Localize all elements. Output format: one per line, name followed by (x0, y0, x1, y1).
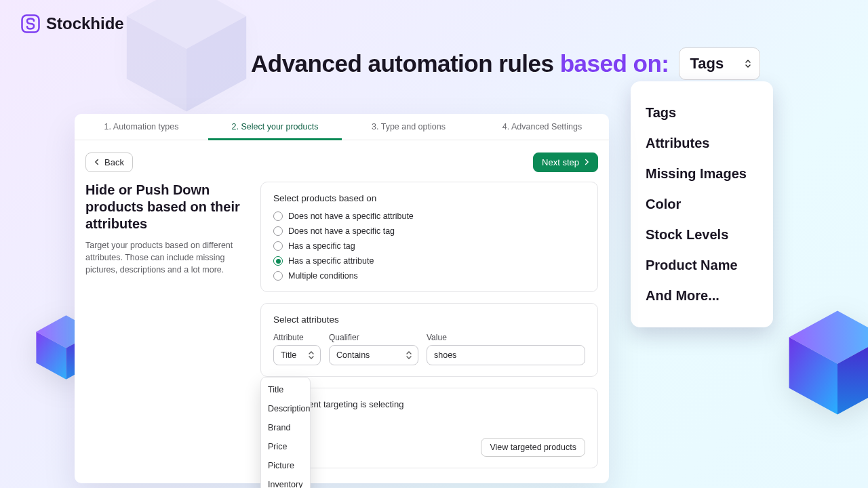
attribute-option[interactable]: Description (261, 399, 310, 418)
next-button[interactable]: Next step (533, 152, 598, 172)
wizard-steps: 1. Automation types2. Select your produc… (75, 114, 609, 140)
sort-icon (406, 350, 412, 360)
wizard-step[interactable]: 1. Automation types (75, 114, 208, 140)
attribute-option[interactable]: Picture (261, 456, 310, 475)
attribute-select[interactable]: Title (273, 345, 321, 365)
basis-select-value: Tags (690, 55, 724, 72)
brand-name: Stockhide (46, 14, 124, 33)
wizard-step[interactable]: 4. Advanced Settings (475, 114, 609, 140)
value-label: Value (427, 333, 585, 342)
radio-dot-icon (273, 271, 283, 281)
basis-option[interactable]: Attributes (646, 128, 758, 159)
basis-option[interactable]: Product Name (646, 250, 758, 281)
value-input[interactable]: shoes (427, 345, 585, 365)
next-button-label: Next step (542, 157, 579, 167)
filter-radio[interactable]: Has a specific attribute (273, 256, 585, 266)
decorative-cube (115, 0, 258, 119)
attribute-dropdown: TitleDescriptionBrandPricePictureInvento… (260, 377, 311, 488)
section-desc: Target your products based on different … (85, 239, 248, 276)
attributes-panel: Select attributes Attribute Title Qualif… (260, 303, 598, 377)
page-headline: Advanced automation rules based on: (251, 50, 669, 77)
targeting-count: 4 (273, 413, 585, 423)
filter-basis-title: Select products based on (273, 193, 585, 203)
brand-logo: Stockhide (20, 14, 124, 34)
radio-dot-icon (273, 226, 283, 236)
sort-icon (308, 350, 315, 360)
filter-radio[interactable]: Multiple conditions (273, 271, 585, 281)
attribute-label: Attribute (273, 333, 321, 342)
view-targeted-button[interactable]: View targeted products (481, 438, 585, 457)
decorative-cube (780, 305, 868, 420)
radio-dot-icon (273, 211, 283, 221)
sort-icon (745, 59, 751, 68)
attribute-option[interactable]: Brand (261, 418, 310, 437)
basis-option[interactable]: Tags (646, 98, 758, 128)
chevron-right-icon (583, 157, 589, 167)
targeting-summary: Your current targeting is selecting (273, 399, 585, 409)
radio-dot-icon (273, 256, 283, 266)
headline-plain: Advanced automation rules (251, 50, 560, 77)
basis-dropdown: TagsAttributesMissing ImagesColorStock L… (631, 81, 773, 327)
qualifier-label: Qualifier (329, 333, 418, 342)
value-input-value: shoes (434, 350, 456, 360)
basis-option[interactable]: Stock Levels (646, 220, 758, 250)
section-title: Hide or Push Down products based on thei… (85, 182, 248, 232)
wizard-step[interactable]: 3. Type and options (342, 114, 475, 140)
filter-radio-label: Does not have a specific tag (288, 226, 395, 236)
back-button-label: Back (104, 157, 124, 167)
qualifier-select-value: Contains (336, 350, 370, 360)
filter-radio-label: Multiple conditions (288, 271, 358, 281)
radio-dot-icon (273, 241, 283, 251)
qualifier-select[interactable]: Contains (329, 345, 418, 365)
view-targeted-label: View targeted products (490, 443, 576, 452)
headline-accent: based on: (560, 50, 669, 77)
basis-option[interactable]: Color (646, 189, 758, 220)
targeting-panel: Your current targeting is selecting 4 Vi… (260, 388, 598, 468)
basis-option[interactable]: And More... (646, 281, 758, 311)
filter-radio[interactable]: Does not have a specific attribute (273, 211, 585, 221)
filter-basis-panel: Select products based on Does not have a… (260, 182, 598, 292)
automation-card: 1. Automation types2. Select your produc… (75, 114, 609, 483)
logo-mark-icon (20, 14, 41, 34)
filter-radio[interactable]: Does not have a specific tag (273, 226, 585, 236)
attribute-option[interactable]: Inventory (261, 475, 310, 488)
wizard-step[interactable]: 2. Select your products (208, 114, 342, 140)
chevron-left-icon (94, 157, 100, 167)
filter-radio[interactable]: Has a specific tag (273, 241, 585, 251)
filter-radio-label: Has a specific tag (288, 241, 355, 251)
attributes-title: Select attributes (273, 314, 585, 325)
back-button[interactable]: Back (85, 152, 133, 172)
filter-radio-label: Does not have a specific attribute (288, 211, 414, 221)
attribute-select-value: Title (281, 350, 296, 360)
attribute-option[interactable]: Title (261, 380, 310, 399)
basis-select[interactable]: Tags (679, 47, 760, 80)
attribute-option[interactable]: Price (261, 437, 310, 456)
basis-option[interactable]: Missing Images (646, 159, 758, 189)
filter-radio-label: Has a specific attribute (288, 256, 374, 266)
